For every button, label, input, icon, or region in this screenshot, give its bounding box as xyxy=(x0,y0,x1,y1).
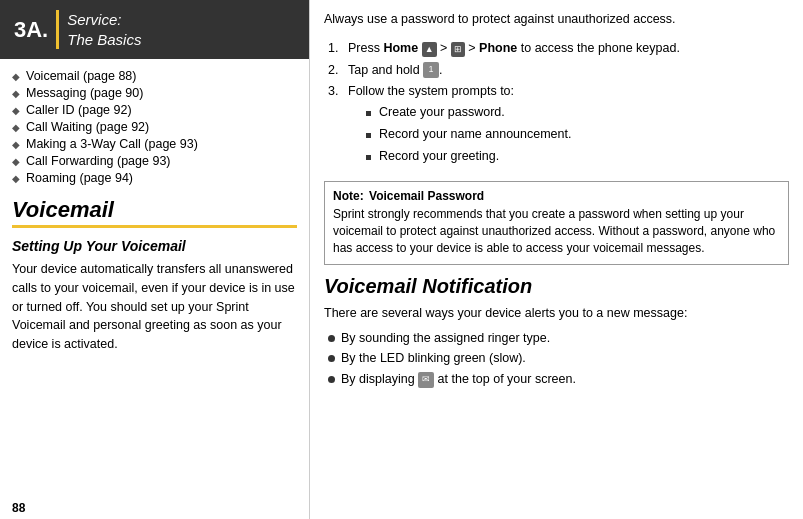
notification-heading: Voicemail Notification xyxy=(324,275,789,298)
bullet-item-1: By sounding the assigned ringer type. xyxy=(328,329,789,348)
step-1: 1. Press Home ▲ > ⊞ > Phone to access th… xyxy=(328,39,789,58)
left-content: ◆Voicemail (page 88)◆Messaging (page 90)… xyxy=(0,59,309,497)
toc-item: ◆Voicemail (page 88) xyxy=(12,69,297,83)
bullet-item-2: By the LED blinking green (slow). xyxy=(328,349,789,368)
sub-bullets: Create your password. Record your name a… xyxy=(348,103,571,165)
yellow-divider xyxy=(12,225,297,228)
note-text: Sprint strongly recommends that you crea… xyxy=(333,207,775,256)
apps-icon: ⊞ xyxy=(451,42,465,58)
step-3-num: 3. xyxy=(328,82,344,168)
chapter-service: Service: xyxy=(67,10,141,30)
square-bullet-icon xyxy=(366,155,371,160)
message-icon: ✉ xyxy=(418,372,434,388)
toc-item-text: Roaming (page 94) xyxy=(26,171,133,185)
bullet-2-text: By the LED blinking green (slow). xyxy=(341,349,526,368)
toc-item: ◆Roaming (page 94) xyxy=(12,171,297,185)
toc-item: ◆Messaging (page 90) xyxy=(12,86,297,100)
toc-item: ◆Call Waiting (page 92) xyxy=(12,120,297,134)
chapter-title-block: Service: The Basics xyxy=(56,10,141,49)
toc-item-text: Call Waiting (page 92) xyxy=(26,120,149,134)
intro-text: Always use a password to protect against… xyxy=(324,10,789,29)
sub-bullet-3: Record your greeting. xyxy=(366,147,571,166)
toc-bullet-icon: ◆ xyxy=(12,139,20,150)
left-panel: 3A. Service: The Basics ◆Voicemail (page… xyxy=(0,0,310,519)
sub-bullet-2-text: Record your name announcement. xyxy=(379,125,571,144)
toc-bullet-icon: ◆ xyxy=(12,71,20,82)
section-heading: Voicemail xyxy=(12,197,297,223)
step-3-text: Follow the system prompts to: Create you… xyxy=(348,82,571,168)
step-2-text: Tap and hold 1. xyxy=(348,61,443,80)
subsection-heading: Setting Up Your Voicemail xyxy=(12,238,297,254)
toc-item-text: Messaging (page 90) xyxy=(26,86,143,100)
step-2-num: 2. xyxy=(328,61,344,80)
bullet-3-text: By displaying ✉ at the top of your scree… xyxy=(341,370,576,389)
step-2: 2. Tap and hold 1. xyxy=(328,61,789,80)
circle-bullet-icon xyxy=(328,335,335,342)
right-panel: Always use a password to protect against… xyxy=(310,0,803,519)
numbered-list: 1. Press Home ▲ > ⊞ > Phone to access th… xyxy=(324,39,789,172)
sub-bullet-3-text: Record your greeting. xyxy=(379,147,499,166)
chapter-subtitle: The Basics xyxy=(67,30,141,50)
one-key-icon: 1 xyxy=(423,62,439,78)
step-1-num: 1. xyxy=(328,39,344,58)
toc-item-text: Making a 3-Way Call (page 93) xyxy=(26,137,198,151)
toc-list: ◆Voicemail (page 88)◆Messaging (page 90)… xyxy=(12,69,297,185)
bullet-1-text: By sounding the assigned ringer type. xyxy=(341,329,550,348)
home-icon: ▲ xyxy=(422,42,437,58)
square-bullet-icon xyxy=(366,133,371,138)
bullet-list: By sounding the assigned ringer type. By… xyxy=(324,329,789,391)
page-number: 88 xyxy=(0,497,309,519)
note-title: Voicemail Password xyxy=(369,189,484,203)
step-1-text: Press Home ▲ > ⊞ > Phone to access the p… xyxy=(348,39,680,58)
toc-item: ◆Caller ID (page 92) xyxy=(12,103,297,117)
toc-item: ◆Call Forwarding (page 93) xyxy=(12,154,297,168)
square-bullet-icon xyxy=(366,111,371,116)
toc-item-text: Voicemail (page 88) xyxy=(26,69,136,83)
step-3: 3. Follow the system prompts to: Create … xyxy=(328,82,789,168)
note-label: Note: xyxy=(333,189,364,203)
toc-item-text: Caller ID (page 92) xyxy=(26,103,132,117)
toc-bullet-icon: ◆ xyxy=(12,88,20,99)
chapter-number: 3A. xyxy=(14,17,48,43)
toc-bullet-icon: ◆ xyxy=(12,173,20,184)
toc-bullet-icon: ◆ xyxy=(12,105,20,116)
chapter-header: 3A. Service: The Basics xyxy=(0,0,309,59)
toc-bullet-icon: ◆ xyxy=(12,122,20,133)
bullet-item-3: By displaying ✉ at the top of your scree… xyxy=(328,370,789,389)
toc-item-text: Call Forwarding (page 93) xyxy=(26,154,171,168)
notification-intro: There are several ways your device alert… xyxy=(324,304,789,323)
sub-bullet-1: Create your password. xyxy=(366,103,571,122)
circle-bullet-icon xyxy=(328,376,335,383)
sub-bullet-1-text: Create your password. xyxy=(379,103,505,122)
toc-item: ◆Making a 3-Way Call (page 93) xyxy=(12,137,297,151)
sub-bullet-2: Record your name announcement. xyxy=(366,125,571,144)
circle-bullet-icon xyxy=(328,355,335,362)
note-box: Note: Voicemail Password Sprint strongly… xyxy=(324,181,789,265)
toc-bullet-icon: ◆ xyxy=(12,156,20,167)
body-text: Your device automatically transfers all … xyxy=(12,260,297,354)
